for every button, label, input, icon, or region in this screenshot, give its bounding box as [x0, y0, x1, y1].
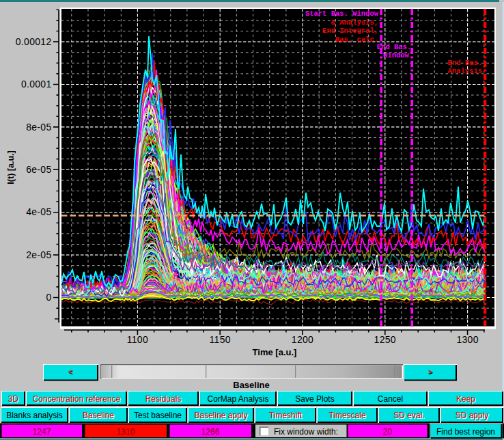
svg-text:3D: 3D — [8, 394, 19, 404]
svg-text:Timeshift: Timeshift — [269, 411, 303, 420]
svg-text:Time [a.u.]: Time [a.u.] — [253, 347, 297, 357]
svg-text:2e-05: 2e-05 — [26, 249, 51, 260]
svg-text:8e-05: 8e-05 — [26, 122, 51, 133]
svg-text:>: > — [428, 368, 432, 376]
svg-text:4e-05: 4e-05 — [26, 206, 51, 217]
svg-text:Save Plots: Save Plots — [295, 394, 334, 404]
svg-text:Start Bas. Window: Start Bas. Window — [305, 10, 379, 18]
svg-text:Analysis: Analysis — [448, 67, 482, 75]
svg-text:CorMap Analysis: CorMap Analysis — [207, 394, 268, 404]
svg-text:1100: 1100 — [127, 334, 148, 345]
svg-text:Concentration reference: Concentration reference — [33, 394, 121, 404]
svg-text:Test baseline: Test baseline — [134, 411, 182, 420]
svg-text:1310: 1310 — [117, 427, 135, 437]
svg-text:SD eval.: SD eval. — [393, 411, 424, 420]
svg-text:Fix window width:: Fix window width: — [274, 427, 338, 437]
svg-text:End Bas.: End Bas. — [377, 43, 411, 51]
svg-text:Baseline: Baseline — [233, 380, 269, 390]
svg-text:1247: 1247 — [33, 427, 51, 437]
svg-text:End Integral,: End Integral, — [322, 27, 378, 35]
svg-text:1250: 1250 — [374, 334, 396, 345]
svg-text:Residuals: Residuals — [145, 394, 182, 404]
svg-text:1300: 1300 — [456, 334, 478, 345]
svg-text:Window: Window — [383, 51, 410, 59]
svg-text:<: < — [68, 368, 72, 376]
svg-text:Bas. calc.: Bas. calc. — [335, 36, 378, 44]
svg-text:Find best region: Find best region — [436, 427, 495, 437]
svg-text:Cancel: Cancel — [378, 394, 403, 404]
svg-text:0.0001: 0.0001 — [21, 79, 52, 90]
svg-text:20: 20 — [383, 427, 393, 437]
svg-text:SD apply: SD apply — [456, 411, 489, 420]
svg-text:1266: 1266 — [201, 427, 220, 437]
svg-text:I(t) [a.u.]: I(t) [a.u.] — [6, 150, 16, 184]
svg-text:Timescale: Timescale — [328, 411, 366, 420]
svg-text:Baseline: Baseline — [83, 411, 114, 420]
svg-text:0: 0 — [46, 292, 51, 303]
svg-text:Blanks analysis: Blanks analysis — [6, 411, 63, 420]
svg-text:1200: 1200 — [292, 334, 313, 345]
svg-text:Keep: Keep — [456, 394, 475, 404]
svg-text:1150: 1150 — [210, 334, 231, 345]
svg-text:6e-05: 6e-05 — [26, 164, 51, 175]
svg-text:Baseline apply: Baseline apply — [194, 411, 247, 420]
svg-text:End Bas.: End Bas. — [448, 59, 482, 67]
svg-text:& Analysis,: & Analysis, — [331, 18, 378, 27]
svg-text:0.00012: 0.00012 — [16, 36, 52, 47]
